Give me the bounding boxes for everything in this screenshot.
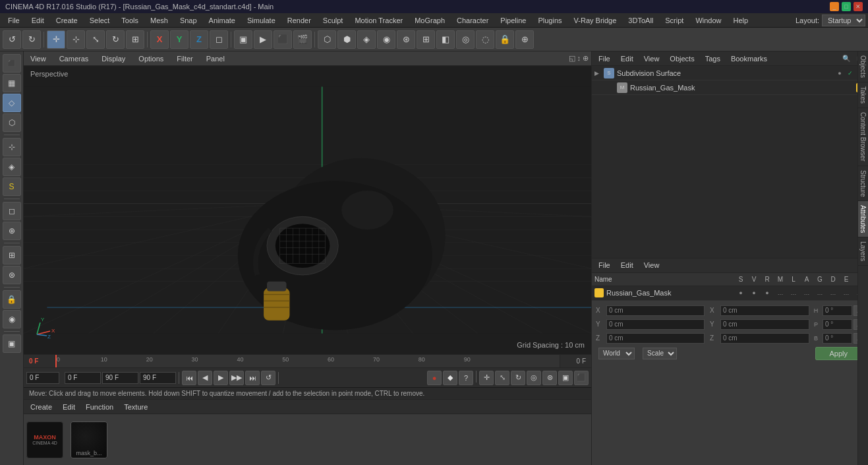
pb-mode-button[interactable]: ◎ [527, 371, 541, 385]
pb-keyframe-button[interactable]: ◆ [443, 371, 457, 385]
coord-field-y2[interactable] [720, 319, 809, 330]
menu-create[interactable]: Create [51, 15, 83, 26]
menu-simulate[interactable]: Simulate [242, 15, 281, 26]
obj-search-icon[interactable]: 🔍 [840, 53, 852, 65]
coord-field-p[interactable] [823, 319, 852, 330]
mat-menu-create[interactable]: Create [26, 402, 56, 412]
view-cam-button[interactable]: ◧ [436, 30, 455, 49]
menu-tools[interactable]: Tools [116, 15, 144, 26]
menu-pipeline[interactable]: Pipeline [495, 15, 531, 26]
rtab-layers[interactable]: Layers [858, 237, 868, 266]
left-mode-poly[interactable]: ▦ [3, 74, 21, 92]
left-snap-on[interactable]: ⊕ [3, 222, 21, 240]
rotate-tool-button[interactable]: ↻ [106, 30, 125, 49]
mat-menu-texture[interactable]: Texture [120, 402, 152, 412]
redo-button[interactable]: ↻ [22, 30, 41, 49]
menu-help[interactable]: Help [728, 15, 754, 26]
coord-field-h[interactable] [823, 305, 852, 316]
rtab-takes[interactable]: Takes [858, 82, 868, 108]
menu-snap[interactable]: Snap [175, 15, 202, 26]
menu-3dtoall[interactable]: 3DToAll [623, 15, 658, 26]
axis-x-button[interactable]: X [150, 30, 169, 49]
pb-autokey-button[interactable]: ? [459, 371, 473, 385]
menu-animate[interactable]: Animate [204, 15, 241, 26]
view-sym-button[interactable]: ◉ [377, 30, 395, 49]
view-lock-button[interactable]: 🔒 [496, 30, 514, 49]
menu-motion-tracker[interactable]: Motion Tracker [349, 15, 408, 26]
coord-field-x2[interactable] [720, 305, 809, 316]
left-mode-object[interactable]: ⬛ [3, 54, 21, 73]
playback-prev-button[interactable]: ◀ [198, 371, 212, 385]
timeline-ruler[interactable]: 0 10 20 30 40 50 60 70 80 90 [55, 355, 560, 367]
vp-menu-panel[interactable]: Panel [202, 53, 229, 64]
playback-end-button[interactable]: ⏭ [245, 371, 260, 385]
obj-menu-objects[interactable]: Objects [666, 53, 698, 64]
menu-mesh[interactable]: Mesh [145, 15, 173, 26]
coord-scale-dropdown[interactable]: Scale [643, 348, 677, 359]
obj-menu-view[interactable]: View [640, 53, 664, 64]
mat-menu-function[interactable]: Function [82, 402, 117, 412]
left-tool-bp[interactable]: S [3, 177, 21, 196]
left-lock[interactable]: 🔒 [3, 290, 21, 309]
coord-field-z2[interactable] [720, 333, 809, 344]
viewport-3d[interactable]: Perspective Grid Spacing : 10 cm X Y Z [24, 66, 591, 354]
obj-expand-icon[interactable]: ▶ [594, 70, 601, 77]
left-tool-texture[interactable]: ◈ [3, 158, 21, 176]
coord-field-y[interactable] [606, 319, 705, 330]
playback-play-button[interactable]: ▶ [214, 371, 228, 385]
vp-menu-view[interactable]: View [26, 53, 50, 64]
playback-max2-field[interactable] [140, 372, 176, 384]
render-region-button[interactable]: ▣ [234, 30, 252, 49]
view-disp-button[interactable]: ⊛ [397, 30, 415, 49]
pb-fps-button[interactable]: ▣ [558, 371, 573, 385]
left-mode-point[interactable]: ⬡ [3, 113, 21, 132]
obj-menu-tags[interactable]: Tags [701, 53, 724, 64]
menu-select[interactable]: Select [84, 15, 115, 26]
menu-render[interactable]: Render [282, 15, 316, 26]
rtab-structure[interactable]: Structure [858, 166, 868, 202]
menu-window[interactable]: Window [690, 15, 726, 26]
obj-row-gasmask[interactable]: M Russian_Gas_Mask [592, 80, 868, 95]
axis-z-button[interactable]: Z [190, 30, 208, 49]
vp-icon-1[interactable]: ◱ [569, 54, 575, 63]
axis-y-button[interactable]: Y [170, 30, 188, 49]
view-flt-button[interactable]: ⊞ [417, 30, 435, 49]
left-snap-off[interactable]: ◻ [3, 202, 21, 220]
menu-vray[interactable]: V-Ray Bridge [569, 15, 622, 26]
attr-menu-view[interactable]: View [640, 260, 664, 270]
vp-menu-options[interactable]: Options [134, 53, 167, 64]
menu-script[interactable]: Script [660, 15, 689, 26]
render-button[interactable]: 🎬 [293, 30, 312, 49]
view-spec-button[interactable]: ◎ [456, 30, 475, 49]
view-obj-button[interactable]: ◈ [357, 30, 376, 49]
render-preview-button[interactable]: ▶ [254, 30, 272, 49]
render-to-po-button[interactable]: ⬛ [274, 30, 292, 49]
left-tool-model[interactable]: ⊹ [3, 138, 21, 156]
material-thumbnail[interactable]: mask_b... [71, 421, 107, 458]
left-axis-band[interactable]: ⊛ [3, 266, 21, 284]
rtab-objects[interactable]: Objects [858, 51, 868, 82]
menu-character[interactable]: Character [451, 15, 494, 26]
obj-row-subdivision[interactable]: ▶ S Subdivision Surface ● ✓ ✓ [592, 66, 868, 80]
playback-next-button[interactable]: ▶▶ [229, 371, 244, 385]
playback-max-field[interactable] [102, 372, 138, 384]
pb-move-button[interactable]: ✛ [479, 371, 494, 385]
vp-menu-cameras[interactable]: Cameras [55, 53, 93, 64]
view-persp-button[interactable]: ⬡ [318, 30, 336, 49]
undo-button[interactable]: ↺ [3, 30, 21, 49]
timeline-bar[interactable]: 0 F 0 10 20 30 40 50 60 70 80 90 0 F [24, 354, 591, 367]
attr-menu-edit[interactable]: Edit [617, 260, 637, 270]
playback-min-field[interactable] [65, 372, 101, 384]
attr-menu-file[interactable]: File [594, 260, 614, 270]
view-light-button[interactable]: ◌ [476, 30, 494, 49]
menu-plugins[interactable]: Plugins [533, 15, 567, 26]
view-snap-button[interactable]: ⊕ [515, 30, 534, 49]
obj-check-v[interactable]: ✓ [846, 69, 855, 78]
maximize-button[interactable]: □ [842, 2, 851, 11]
left-transform-coord[interactable]: ⊞ [3, 246, 21, 264]
pb-scale-button[interactable]: ⤡ [495, 371, 509, 385]
attr-row-gasmask[interactable]: Russian_Gas_Mask ● ● ● … … … … … … … [592, 286, 868, 301]
obj-check-s[interactable]: ● [835, 69, 844, 78]
coord-field-b[interactable] [823, 333, 852, 344]
pb-rotate-button[interactable]: ↻ [511, 371, 525, 385]
